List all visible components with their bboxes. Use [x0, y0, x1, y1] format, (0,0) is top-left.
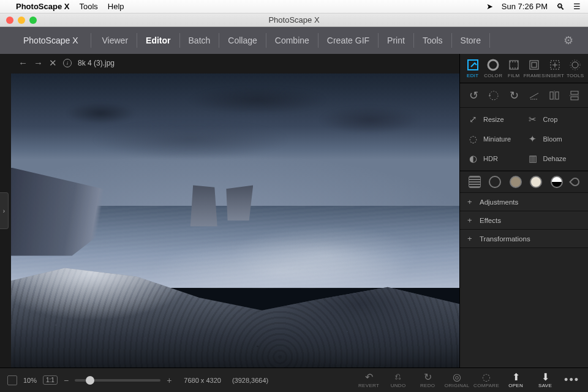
- accordion: +Adjustments +Effects +Transformations: [460, 193, 588, 248]
- svg-rect-9: [550, 92, 553, 99]
- zoom-slider[interactable]: [75, 379, 160, 382]
- rotate-row: ↺ ↻: [460, 83, 588, 108]
- sidebar-collapse-handle[interactable]: ›: [0, 192, 9, 229]
- dehaze-button[interactable]: ▥Dehaze: [527, 153, 581, 164]
- accordion-effects[interactable]: +Effects: [460, 211, 588, 230]
- save-button[interactable]: ⬇SAVE: [532, 372, 558, 388]
- dehaze-icon: ▥: [527, 153, 538, 164]
- cursor-menu-icon[interactable]: ➤: [486, 2, 493, 11]
- redo-button[interactable]: ↻REDO: [415, 372, 440, 388]
- tab-print[interactable]: Print: [379, 33, 414, 48]
- tool-film[interactable]: FILM: [504, 59, 524, 78]
- svg-rect-10: [556, 92, 559, 99]
- tab-tools[interactable]: Tools: [414, 33, 452, 48]
- revert-icon: ↶: [365, 372, 373, 382]
- flip-vertical-icon[interactable]: [568, 89, 581, 102]
- undo-icon: ⎌: [395, 372, 401, 382]
- spotlight-icon[interactable]: 🔍︎: [556, 2, 565, 12]
- menu-list-icon[interactable]: ☰: [573, 2, 581, 11]
- file-name: 8k 4 (3).jpg: [78, 59, 115, 67]
- save-icon: ⬇: [541, 372, 549, 382]
- tab-store[interactable]: Store: [452, 33, 490, 48]
- svg-rect-4: [532, 62, 537, 67]
- nav-back-icon[interactable]: ←: [18, 58, 28, 69]
- window-close-button[interactable]: [6, 17, 13, 24]
- info-icon[interactable]: i: [63, 59, 72, 67]
- app-tab-bar: PhotoScape X Viewer Editor Batch Collage…: [0, 27, 588, 54]
- bloom-button[interactable]: ✦Bloom: [527, 134, 581, 145]
- miniature-button[interactable]: ◌Miniature: [467, 134, 521, 145]
- zoom-1to1-button[interactable]: 1:1: [43, 375, 58, 385]
- more-button[interactable]: •••: [562, 374, 582, 386]
- menubar-app-name[interactable]: PhotoScape X: [16, 2, 69, 11]
- resize-button[interactable]: ⤢Resize: [467, 114, 521, 125]
- accordion-transformations[interactable]: +Transformations: [460, 230, 588, 248]
- svg-rect-2: [510, 61, 518, 69]
- straighten-icon[interactable]: [527, 89, 541, 102]
- revert-button[interactable]: ↶REVERT: [356, 372, 382, 388]
- macos-menubar: PhotoScape X Tools Help ➤ Sun 7:26 PM 🔍︎…: [0, 0, 588, 13]
- tool-tools[interactable]: TOOLS: [565, 59, 585, 78]
- undo-button[interactable]: ⎌UNDO: [385, 372, 411, 388]
- tab-collage[interactable]: Collage: [219, 33, 266, 48]
- window-minimize-button[interactable]: [18, 17, 25, 24]
- tab-create-gif[interactable]: Create GIF: [318, 33, 379, 48]
- open-button[interactable]: ⬆OPEN: [503, 372, 529, 388]
- original-icon: ◎: [453, 372, 461, 382]
- original-button[interactable]: ◎ORIGINAL: [444, 372, 470, 388]
- workspace: ← → ✕ i 8k 4 (3).jpg ›: [0, 54, 588, 392]
- window-zoom-button[interactable]: [29, 17, 37, 24]
- image-canvas[interactable]: [11, 74, 459, 368]
- app-brand[interactable]: PhotoScape X: [15, 33, 91, 48]
- svg-rect-12: [571, 97, 578, 100]
- app-window: PhotoScape X PhotoScape X Viewer Editor …: [0, 13, 588, 392]
- swatch-sepia[interactable]: [510, 176, 522, 188]
- tool-insert[interactable]: INSERT: [545, 59, 565, 78]
- svg-rect-3: [530, 61, 538, 69]
- menubar-item-help[interactable]: Help: [108, 2, 124, 11]
- rotate-ccw-icon[interactable]: ↺: [467, 89, 480, 102]
- quick-buttons: ⤢Resize ✂Crop ◌Miniature ✦Bloom ◐HDR ▥De…: [460, 108, 588, 171]
- swatch-warm[interactable]: [530, 176, 542, 188]
- tool-edit[interactable]: EDIT: [463, 59, 483, 78]
- swatch-bw[interactable]: [551, 176, 563, 188]
- settings-gear-icon[interactable]: ⚙: [564, 34, 573, 47]
- zoom-in-button[interactable]: +: [167, 375, 172, 385]
- swatch-row: [460, 171, 588, 193]
- nav-close-icon[interactable]: ✕: [49, 58, 57, 69]
- tool-color[interactable]: COLOR: [483, 59, 503, 78]
- zoom-out-button[interactable]: −: [64, 375, 69, 385]
- tab-editor[interactable]: Editor: [137, 33, 179, 48]
- menubar-clock[interactable]: Sun 7:26 PM: [502, 2, 548, 11]
- redo-icon: ↻: [424, 372, 432, 382]
- canvas-bg-toggle[interactable]: [7, 375, 17, 385]
- crop-button[interactable]: ✂Crop: [527, 114, 581, 125]
- swatch-droplet-icon[interactable]: [569, 176, 581, 188]
- color-icon: [487, 59, 499, 71]
- zoom-value: 10%: [23, 377, 37, 384]
- tab-viewer[interactable]: Viewer: [94, 33, 138, 48]
- nav-forward-icon[interactable]: →: [34, 58, 43, 69]
- flip-horizontal-icon[interactable]: [548, 89, 561, 102]
- tab-combine[interactable]: Combine: [266, 33, 318, 48]
- window-titlebar: PhotoScape X: [0, 13, 588, 27]
- tool-frames[interactable]: FRAMES: [524, 59, 544, 78]
- compare-button[interactable]: ◌COMPARE: [473, 372, 499, 388]
- compare-icon: ◌: [482, 372, 491, 382]
- menubar-item-tools[interactable]: Tools: [79, 2, 97, 11]
- svg-point-8: [489, 91, 498, 100]
- resize-icon: ⤢: [467, 114, 478, 125]
- swatch-none[interactable]: [489, 176, 501, 188]
- open-icon: ⬆: [512, 372, 520, 382]
- swatch-list-icon[interactable]: [469, 176, 481, 188]
- hdr-button[interactable]: ◐HDR: [467, 153, 521, 164]
- cursor-coords: (3928,3664): [232, 377, 268, 384]
- rotate-ccw-dotted-icon[interactable]: [487, 89, 500, 102]
- bloom-icon: ✦: [527, 134, 538, 145]
- tab-batch[interactable]: Batch: [180, 33, 220, 48]
- svg-rect-11: [571, 91, 578, 94]
- bottom-bar: 10% 1:1 − + 7680 x 4320 (3928,3664) ↶REV…: [0, 368, 588, 392]
- accordion-adjustments[interactable]: +Adjustments: [460, 193, 588, 211]
- svg-point-1: [488, 60, 498, 70]
- rotate-cw-icon[interactable]: ↻: [507, 89, 521, 102]
